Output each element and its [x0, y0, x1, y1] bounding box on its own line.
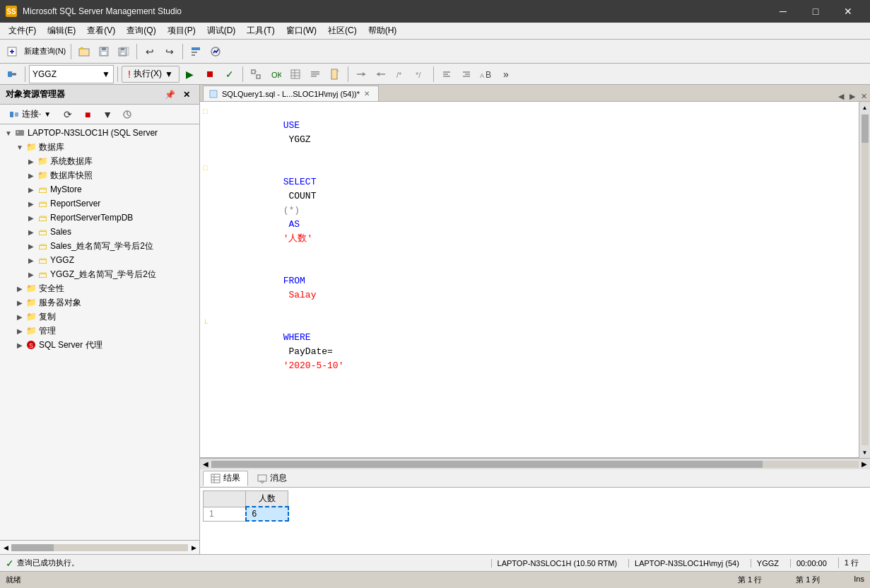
outdent-btn[interactable] — [372, 65, 390, 83]
tab-close-window[interactable]: ✕ — [858, 92, 870, 101]
hscroll-left[interactable]: ◀ — [200, 459, 211, 470]
management-expand-icon[interactable]: ▶ — [14, 325, 25, 336]
db-diagram-btn[interactable] — [247, 65, 265, 83]
sql-editor[interactable]: □ USE YGGZ □ SELECT COUNT (*) AS '人数' — [200, 102, 859, 458]
refresh-btn[interactable]: ⟳ — [59, 105, 77, 124]
results-grid-btn[interactable] — [286, 65, 305, 83]
hscroll-thumb[interactable] — [11, 544, 54, 551]
menu-query[interactable]: 查询(Q) — [121, 23, 161, 39]
db-selector[interactable]: YGGZ ▼ — [29, 65, 114, 83]
reportservertempdb-expand-icon[interactable]: ▶ — [25, 212, 37, 223]
open-btn[interactable] — [75, 42, 93, 61]
yggz-custom-expand-icon[interactable]: ▶ — [25, 269, 37, 280]
server-objects-expand-icon[interactable]: ▶ — [14, 297, 25, 308]
hscroll-right-btn[interactable]: ▶ — [188, 543, 199, 553]
tab-nav-left[interactable]: ◀ — [835, 92, 847, 101]
sys-db-expand-icon[interactable]: ▶ — [25, 155, 37, 167]
snapshot-expand-icon[interactable]: ▶ — [25, 170, 37, 181]
tree-databases[interactable]: ▼ 📁 数据库 — [0, 140, 199, 154]
hscroll-right[interactable]: ▶ — [859, 459, 870, 470]
run-btn[interactable]: ▶ — [181, 65, 199, 83]
save-all-btn[interactable] — [114, 42, 133, 61]
server-expand-icon[interactable]: ▼ — [3, 127, 14, 139]
mystore-expand-icon[interactable]: ▶ — [25, 184, 37, 195]
result-cell[interactable]: 6 — [246, 507, 288, 521]
menu-window[interactable]: 窗口(W) — [281, 23, 322, 39]
sidebar-hscroll[interactable]: ◀ ▶ — [0, 540, 199, 554]
redo-btn[interactable]: ↪ — [160, 42, 179, 61]
tree-replication[interactable]: ▶ 📁 复制 — [0, 310, 199, 324]
menu-tools[interactable]: 工具(T) — [241, 23, 280, 39]
results-text-btn[interactable] — [306, 65, 324, 83]
editor-hscroll[interactable]: ◀ ▶ — [200, 458, 870, 469]
security-expand-icon[interactable]: ▶ — [14, 283, 25, 294]
increase-indent-btn[interactable] — [457, 65, 476, 83]
title-bar-controls[interactable]: ─ □ ✕ — [767, 0, 864, 23]
save-btn[interactable] — [95, 42, 113, 61]
tree-security[interactable]: ▶ 📁 安全性 — [0, 281, 199, 295]
pin-btn[interactable]: 📌 — [163, 88, 177, 102]
hscroll-thumb[interactable] — [211, 461, 763, 468]
menu-view[interactable]: 查看(V) — [81, 23, 121, 39]
tree-yggz-custom[interactable]: ▶ 🗃 YGGZ_姓名简写_学号后2位 — [0, 267, 199, 281]
new-query-btn[interactable] — [3, 42, 21, 61]
activity-btn[interactable] — [206, 42, 225, 61]
tree-snapshot[interactable]: ▶ 📁 数据库快照 — [0, 168, 199, 182]
menu-debug[interactable]: 调试(D) — [201, 23, 242, 39]
tree-sql-agent[interactable]: ▶ S SQL Server 代理 — [0, 338, 199, 352]
sales-custom-expand-icon[interactable]: ▶ — [25, 240, 37, 252]
tab-nav-right[interactable]: ▶ — [847, 92, 858, 101]
check-btn[interactable]: ✓ — [221, 65, 239, 83]
decrease-indent-btn[interactable] — [437, 65, 456, 83]
undo-btn[interactable]: ↩ — [141, 42, 159, 61]
filter-btn[interactable]: ▼ — [98, 105, 117, 124]
tree-yggz[interactable]: ▶ 🗃 YGGZ — [0, 253, 199, 267]
connect-objects-btn[interactable] — [3, 65, 21, 83]
tree-reportservertempdb[interactable]: ▶ 🗃 ReportServerTempDB — [0, 211, 199, 225]
maximize-button[interactable]: □ — [799, 0, 832, 23]
tree-server-objects[interactable]: ▶ 📁 服务器对象 — [0, 295, 199, 310]
summary-btn[interactable] — [187, 42, 205, 61]
parse-btn[interactable]: OK — [266, 65, 285, 83]
stop-refresh-btn[interactable]: ■ — [78, 105, 97, 124]
vscroll-thumb[interactable] — [862, 114, 869, 143]
font-size-btn[interactable]: AB — [477, 65, 495, 83]
menu-help[interactable]: 帮助(H) — [363, 23, 403, 39]
indent-btn[interactable] — [352, 65, 370, 83]
sql-agent-expand-icon[interactable]: ▶ — [14, 339, 25, 351]
sync-btn[interactable] — [118, 105, 136, 124]
close-button[interactable]: ✕ — [832, 0, 864, 23]
tree-mystore[interactable]: ▶ 🗃 MyStore — [0, 182, 199, 196]
tree-sales-custom[interactable]: ▶ 🗃 Sales_姓名简写_学号后2位 — [0, 239, 199, 253]
tree-sys-db[interactable]: ▶ 📁 系统数据库 — [0, 154, 199, 168]
tab-close-btn[interactable]: ✕ — [364, 90, 370, 98]
new-query-label[interactable]: 新建查询(N) — [23, 46, 67, 57]
sql-query-tab[interactable]: SQLQuery1.sql - L...SLOC1H\myj (54))* ✕ — [203, 86, 379, 101]
replication-expand-icon[interactable]: ▶ — [14, 311, 25, 322]
tree-sales[interactable]: ▶ 🗃 Sales — [0, 225, 199, 239]
more-btn[interactable]: » — [497, 65, 515, 83]
menu-community[interactable]: 社区(C) — [322, 23, 363, 39]
tree-server[interactable]: ▼ LAPTOP-N3SLOC1H (SQL Server — [0, 126, 199, 140]
hscroll-left-btn[interactable]: ◀ — [0, 543, 11, 553]
menu-edit[interactable]: 编辑(E) — [42, 23, 81, 39]
yggz-expand-icon[interactable]: ▶ — [25, 254, 37, 266]
results-file-btn[interactable] — [326, 65, 344, 83]
vscroll-up-btn[interactable]: ▲ — [859, 102, 871, 113]
comment-btn[interactable]: /* — [392, 65, 410, 83]
stop-btn[interactable] — [201, 65, 219, 83]
connect-button[interactable]: 连接· ▼ — [3, 106, 57, 122]
menu-project[interactable]: 项目(P) — [162, 23, 201, 39]
sidebar-close-btn[interactable]: ✕ — [180, 88, 194, 102]
reportserver-expand-icon[interactable]: ▶ — [25, 198, 37, 209]
sidebar-header-controls[interactable]: 📌 ✕ — [163, 88, 194, 102]
menu-file[interactable]: 文件(F) — [3, 23, 42, 39]
minimize-button[interactable]: ─ — [767, 0, 799, 23]
execute-button[interactable]: ! 执行(X) ▼ — [122, 66, 180, 83]
results-tab[interactable]: 结果 — [203, 471, 248, 486]
tree-management[interactable]: ▶ 📁 管理 — [0, 324, 199, 338]
databases-expand-icon[interactable]: ▼ — [14, 141, 25, 153]
vscroll-down-btn[interactable]: ▼ — [859, 447, 871, 458]
tab-nav[interactable]: ◀ ▶ ✕ — [835, 92, 870, 101]
tree-reportserver[interactable]: ▶ 🗃 ReportServer — [0, 196, 199, 211]
